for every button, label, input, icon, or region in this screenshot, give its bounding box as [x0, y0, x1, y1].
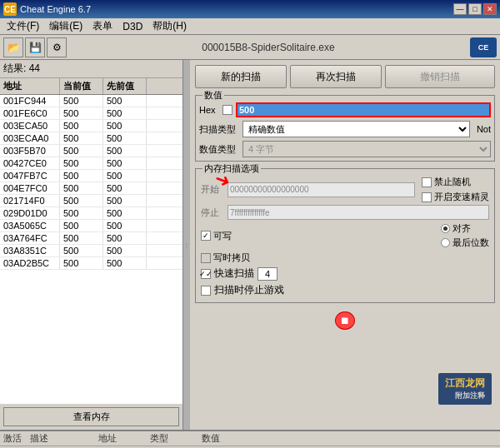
drag-handle[interactable]: ⋮ — [183, 60, 190, 430]
value-type-row: 数值类型 4 字节 — [199, 141, 491, 157]
minimize-button[interactable]: — — [453, 3, 467, 15]
copy-on-write-checkbox[interactable] — [201, 253, 211, 263]
cell-previous: 500 — [103, 157, 147, 169]
cell-current: 500 — [60, 182, 103, 194]
table-row[interactable]: 003ECAA0 500 500 — [0, 132, 182, 145]
cancel-scan-button[interactable]: 撤销扫描 — [385, 65, 495, 88]
cell-previous: 500 — [103, 120, 147, 132]
save-button[interactable]: 💾 — [25, 37, 45, 57]
cell-current: 500 — [60, 120, 103, 132]
menu-d3d[interactable]: D3D — [118, 19, 148, 34]
last-digit-radio[interactable] — [441, 238, 450, 247]
table-row[interactable]: 029D01D0 500 500 — [0, 207, 182, 220]
table-header: 地址 当前值 先前值 — [0, 78, 182, 95]
process-title: 000015B8-SpiderSolitaire.exe — [68, 42, 468, 53]
disable-random-checkbox[interactable] — [422, 177, 432, 187]
table-row[interactable]: 001FC944 500 500 — [0, 95, 182, 107]
cell-previous: 500 — [103, 132, 147, 144]
hex-checkbox[interactable] — [222, 105, 232, 115]
settings-button[interactable]: ⚙ — [47, 37, 67, 57]
cell-address: 029D01D0 — [0, 207, 60, 219]
cell-address: 003ECAA0 — [0, 132, 60, 144]
col-val: 数值 — [202, 432, 252, 445]
new-scan-button[interactable]: 新的扫描 — [195, 65, 287, 88]
cell-address: 03A5065C — [0, 220, 60, 231]
cell-address: 021714F0 — [0, 195, 60, 207]
table-row[interactable]: 03A8351C 500 500 — [0, 245, 182, 257]
writable-checkbox[interactable] — [201, 231, 211, 241]
value-type-select[interactable]: 4 字节 — [242, 141, 491, 157]
align-radio[interactable] — [441, 224, 450, 233]
cell-current: 500 — [60, 207, 103, 219]
open-variable-checkbox[interactable] — [422, 192, 432, 202]
start-input[interactable] — [228, 182, 415, 197]
cell-address: 003F5B70 — [0, 145, 60, 157]
table-row[interactable]: 004E7FC0 500 500 — [0, 182, 182, 195]
cell-current: 500 — [60, 95, 103, 107]
cell-previous: 500 — [103, 107, 147, 119]
scan-type-row: 扫描类型 精确数值 Not — [199, 121, 491, 137]
menu-file[interactable]: 文件(F) — [2, 17, 44, 35]
pause-scan-label: 扫描时停止游戏 — [214, 283, 284, 297]
table-row[interactable]: 021714F0 500 500 — [0, 195, 182, 207]
stop-input[interactable] — [228, 205, 489, 220]
cell-previous: 500 — [103, 207, 147, 219]
fast-scan-input[interactable] — [258, 267, 278, 281]
fast-scan-checkbox[interactable]: ✓ — [201, 269, 211, 279]
browse-memory-button[interactable]: 查看内存 — [3, 407, 179, 426]
start-row: 开始 禁止随机 开启变速精灵 — [201, 176, 489, 203]
title-bar: CE Cheat Engine 6.7 — □ ✕ — [0, 0, 500, 18]
maximize-button[interactable]: □ — [468, 3, 482, 15]
cell-address: 001FE6C0 — [0, 107, 60, 119]
value-row: Hex — [199, 102, 491, 117]
col-type: 类型 — [150, 432, 200, 445]
scan-type-select[interactable]: 精确数值 — [242, 121, 470, 137]
table-row[interactable]: 03AD2B5C 500 500 — [0, 257, 182, 270]
table-row[interactable]: 00427CE0 500 500 — [0, 157, 182, 170]
last-digit-label: 最后位数 — [452, 236, 489, 249]
table-row[interactable]: 001FE6C0 500 500 — [0, 107, 182, 120]
cell-current: 500 — [60, 195, 103, 207]
not-label: Not — [477, 124, 491, 134]
cell-previous: 500 — [103, 232, 147, 244]
menu-help[interactable]: 帮助(H) — [148, 17, 192, 35]
memory-section: 内存扫描选项 开始 禁止随机 开启变速精灵 停止 — [195, 168, 495, 303]
open-button[interactable]: 📂 — [3, 37, 23, 57]
table-row[interactable]: 03A5065C 500 500 — [0, 220, 182, 232]
cell-previous: 500 — [103, 95, 147, 107]
value-input[interactable] — [236, 102, 491, 117]
copywrite-row: 写时拷贝 — [201, 251, 489, 264]
cell-current: 500 — [60, 157, 103, 169]
pause-scan-checkbox[interactable] — [201, 286, 211, 296]
title-bar-left: CE Cheat Engine 6.7 — [3, 2, 91, 16]
cell-previous: 500 — [103, 220, 147, 231]
start-label: 开始 — [201, 183, 224, 196]
bottom-bar: 激活 描述 地址 类型 数值 高级选项 手动添加地址 — [0, 430, 500, 448]
table-row[interactable]: 003ECA50 500 500 — [0, 120, 182, 132]
table-body[interactable]: 001FC944 500 500 001FE6C0 500 500 003ECA… — [0, 95, 182, 404]
table-row[interactable]: 003F5B70 500 500 — [0, 145, 182, 157]
menu-table[interactable]: 表单 — [88, 17, 118, 35]
writable-row: 可写 对齐 最后位数 — [201, 222, 489, 249]
menu-edit[interactable]: 编辑(E) — [44, 17, 88, 35]
cell-previous: 500 — [103, 257, 147, 269]
cell-address: 0047FB7C — [0, 170, 60, 182]
cell-address: 03A8351C — [0, 245, 60, 256]
disable-random-label: 禁止随机 — [434, 176, 471, 188]
hex-label: Hex — [199, 105, 219, 115]
stop-button[interactable]: ⏹ — [335, 311, 355, 330]
align-label: 对齐 — [452, 222, 471, 235]
cell-address: 03A764FC — [0, 232, 60, 244]
copy-on-write-label: 写时拷贝 — [213, 251, 250, 264]
table-row[interactable]: 0047FB7C 500 500 — [0, 170, 182, 182]
table-row[interactable]: 03A764FC 500 500 — [0, 232, 182, 245]
next-scan-button[interactable]: 再次扫描 — [290, 65, 382, 88]
right-checkboxes: 禁止随机 开启变速精灵 — [422, 176, 489, 203]
close-button[interactable]: ✕ — [483, 3, 497, 15]
cell-address: 001FC944 — [0, 95, 60, 107]
cell-previous: 500 — [103, 195, 147, 207]
app-logo: CE — [470, 37, 497, 57]
watermark-text: 江西龙网 — [445, 376, 485, 391]
align-radio-item: 对齐 — [441, 222, 489, 235]
value-type-label: 数值类型 — [199, 143, 239, 156]
